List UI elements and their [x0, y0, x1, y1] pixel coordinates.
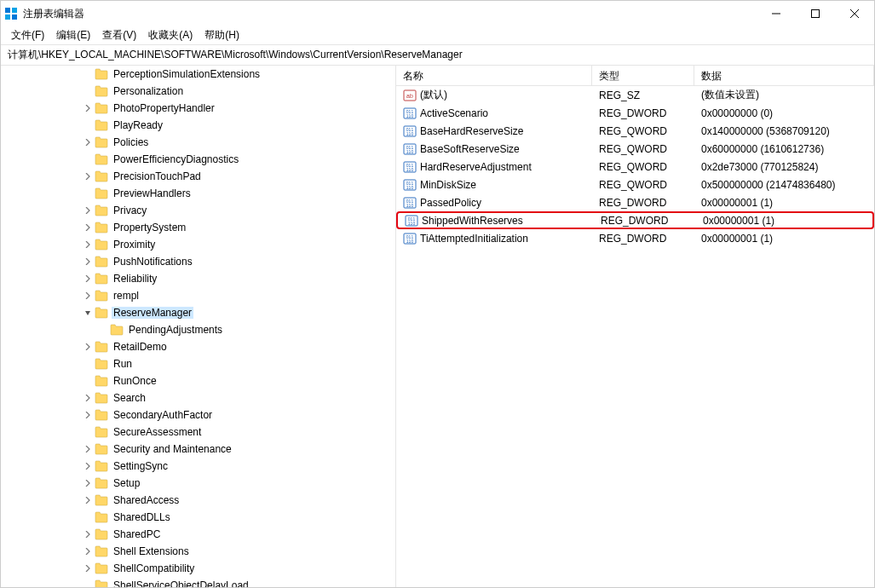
list-row[interactable]: 011110PassedPolicyREG_DWORD0x00000001 (1… — [396, 193, 874, 211]
chevron-right-icon[interactable] — [81, 340, 95, 354]
tree-item[interactable]: SecondaryAuthFactor — [1, 406, 395, 424]
tree-item[interactable]: PendingAdjustments — [1, 321, 395, 338]
folder-icon — [95, 545, 108, 557]
chevron-right-icon[interactable] — [81, 255, 95, 268]
chevron-right-icon[interactable] — [81, 101, 95, 115]
svg-text:110: 110 — [406, 185, 414, 190]
menu-view[interactable]: 查看(V) — [97, 28, 141, 43]
chevron-down-icon[interactable] — [81, 306, 95, 320]
list-row[interactable]: 011110HardReserveAdjustmentREG_QWORD0x2d… — [396, 158, 874, 176]
list-row[interactable]: ab(默认)REG_SZ(数值未设置) — [396, 86, 874, 104]
tree-item[interactable]: PerceptionSimulationExtensions — [1, 66, 395, 83]
tree-item-label: Privacy — [112, 205, 148, 216]
minimize-button[interactable] — [757, 1, 796, 26]
tree-item[interactable]: rempl — [1, 287, 395, 304]
list-panel[interactable]: 名称 类型 数据 ab(默认)REG_SZ(数值未设置)011110Active… — [396, 66, 874, 587]
cell-type: REG_DWORD — [592, 107, 694, 119]
column-header-data[interactable]: 数据 — [694, 66, 874, 85]
tree-item[interactable]: SharedDLLs — [1, 509, 395, 526]
tree-item[interactable]: RetailDemo — [1, 338, 395, 355]
tree-item-label: PrecisionTouchPad — [112, 170, 203, 182]
chevron-right-icon[interactable] — [81, 493, 95, 507]
string-value-icon: ab — [403, 89, 417, 102]
tree-item[interactable]: SharedPC — [1, 526, 395, 543]
chevron-right-icon[interactable] — [81, 221, 95, 234]
svg-text:ab: ab — [406, 93, 413, 99]
tree-item[interactable]: Policies — [1, 134, 395, 151]
list-row[interactable]: 011110BaseSoftReserveSizeREG_QWORD0x6000… — [396, 140, 874, 158]
tree-item[interactable]: Setup — [1, 475, 395, 492]
chevron-right-icon[interactable] — [81, 476, 95, 490]
chevron-right-icon[interactable] — [81, 289, 95, 303]
chevron-right-icon[interactable] — [81, 408, 95, 422]
tree-item[interactable]: Personalization — [1, 83, 395, 100]
chevron-right-icon[interactable] — [81, 459, 95, 473]
tree-item[interactable]: PropertySystem — [1, 219, 395, 236]
menu-file[interactable]: 文件(F) — [6, 28, 49, 43]
chevron-right-icon[interactable] — [81, 238, 95, 251]
chevron-right-icon[interactable] — [81, 272, 95, 285]
value-name: ActiveScenario — [420, 107, 488, 119]
tree-item[interactable]: Reliability — [1, 270, 395, 287]
list-row[interactable]: 011110BaseHardReserveSizeREG_QWORD0x1400… — [396, 122, 874, 140]
svg-text:110: 110 — [406, 239, 414, 244]
chevron-right-icon[interactable] — [81, 135, 95, 149]
tree-item-label: PropertySystem — [112, 222, 187, 233]
tree-item[interactable]: Proximity — [1, 236, 395, 253]
tree-item[interactable]: Shell Extensions — [1, 543, 395, 560]
chevron-right-icon[interactable] — [81, 442, 95, 456]
tree-item[interactable]: Search — [1, 389, 395, 406]
folder-icon — [95, 477, 108, 489]
cell-data: 0x60000000 (1610612736) — [694, 143, 874, 155]
menu-favorites[interactable]: 收藏夹(A) — [143, 28, 198, 43]
tree-item-label: PowerEfficiencyDiagnostics — [112, 153, 240, 165]
expander-empty — [81, 357, 95, 371]
tree-panel[interactable]: PerceptionSimulationExtensionsPersonaliz… — [1, 66, 396, 587]
tree-item[interactable]: SharedAccess — [1, 492, 395, 509]
list-row[interactable]: 011110ActiveScenarioREG_DWORD0x00000000 … — [396, 104, 874, 122]
tree-item[interactable]: PhotoPropertyHandler — [1, 100, 395, 117]
column-header-type[interactable]: 类型 — [592, 66, 694, 85]
tree-item-label: Proximity — [112, 239, 157, 251]
folder-icon — [95, 239, 108, 251]
chevron-right-icon[interactable] — [81, 391, 95, 405]
tree-item-label: ShellServiceObjectDelayLoad — [112, 579, 250, 587]
tree-item-label: RetailDemo — [112, 341, 169, 353]
list-row[interactable]: 011110TiAttemptedInitializationREG_DWORD… — [396, 229, 874, 247]
tree-item[interactable]: PowerEfficiencyDiagnostics — [1, 151, 395, 168]
chevron-right-icon[interactable] — [81, 562, 95, 575]
tree-item[interactable]: SecureAssessment — [1, 424, 395, 441]
maximize-button[interactable] — [796, 1, 835, 26]
menu-edit[interactable]: 编辑(E) — [51, 28, 95, 43]
tree-item[interactable]: Privacy — [1, 202, 395, 219]
expander-empty — [81, 374, 95, 388]
chevron-right-icon[interactable] — [81, 527, 95, 541]
list-row[interactable]: 011110ShippedWithReservesREG_DWORD0x0000… — [396, 211, 874, 229]
tree-item[interactable]: Security and Maintenance — [1, 441, 395, 458]
content-area: PerceptionSimulationExtensionsPersonaliz… — [1, 66, 874, 587]
tree-item[interactable]: PushNotifications — [1, 253, 395, 270]
svg-rect-5 — [812, 10, 820, 18]
tree-item[interactable]: SettingSync — [1, 458, 395, 475]
tree-item[interactable]: ShellServiceObjectDelayLoad — [1, 577, 395, 587]
list-row[interactable]: 011110MinDiskSizeREG_QWORD0x500000000 (2… — [396, 176, 874, 193]
tree-item[interactable]: PlayReady — [1, 117, 395, 134]
tree-item[interactable]: ReserveManager — [1, 304, 395, 321]
column-header-name[interactable]: 名称 — [396, 66, 592, 85]
folder-icon — [95, 494, 108, 506]
cell-type: REG_QWORD — [592, 161, 694, 173]
tree-item[interactable]: Run — [1, 355, 395, 372]
tree-item[interactable]: PreviewHandlers — [1, 185, 395, 202]
cell-data: 0x500000000 (21474836480) — [694, 179, 874, 191]
tree-item[interactable]: RunOnce — [1, 372, 395, 389]
addressbar[interactable]: 计算机\HKEY_LOCAL_MACHINE\SOFTWARE\Microsof… — [1, 45, 874, 66]
tree-item[interactable]: ShellCompatibility — [1, 560, 395, 577]
chevron-right-icon[interactable] — [81, 204, 95, 217]
chevron-right-icon[interactable] — [81, 170, 95, 183]
cell-name: 011110MinDiskSize — [396, 178, 592, 192]
menu-help[interactable]: 帮助(H) — [199, 28, 245, 43]
close-button[interactable] — [835, 1, 874, 26]
tree-item[interactable]: PrecisionTouchPad — [1, 168, 395, 185]
svg-text:110: 110 — [406, 113, 414, 118]
chevron-right-icon[interactable] — [81, 545, 95, 558]
